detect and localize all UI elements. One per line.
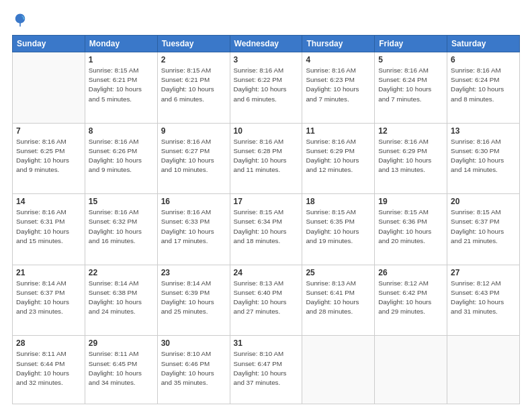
day-detail: Sunrise: 8:15 AM Sunset: 6:21 PM Dayligh… [161, 66, 226, 104]
day-detail: Sunrise: 8:15 AM Sunset: 6:34 PM Dayligh… [234, 208, 299, 246]
day-detail: Sunrise: 8:16 AM Sunset: 6:30 PM Dayligh… [451, 137, 516, 175]
calendar-cell: 11Sunrise: 8:16 AM Sunset: 6:29 PM Dayli… [302, 123, 375, 194]
day-detail: Sunrise: 8:16 AM Sunset: 6:33 PM Dayligh… [161, 208, 226, 246]
day-number: 30 [161, 338, 226, 348]
calendar-cell: 10Sunrise: 8:16 AM Sunset: 6:28 PM Dayli… [230, 123, 302, 194]
header-thursday: Thursday [302, 36, 375, 52]
day-number: 31 [234, 338, 299, 348]
calendar-cell: 4Sunrise: 8:16 AM Sunset: 6:23 PM Daylig… [302, 52, 375, 124]
header-saturday: Saturday [447, 36, 520, 52]
day-detail: Sunrise: 8:14 AM Sunset: 6:39 PM Dayligh… [161, 279, 226, 317]
calendar-cell: 21Sunrise: 8:14 AM Sunset: 6:37 PM Dayli… [13, 265, 85, 336]
day-number: 2 [161, 55, 226, 64]
day-detail: Sunrise: 8:15 AM Sunset: 6:21 PM Dayligh… [89, 66, 154, 104]
header-monday: Monday [85, 36, 157, 52]
logo-icon [12, 12, 28, 28]
day-detail: Sunrise: 8:11 AM Sunset: 6:45 PM Dayligh… [89, 349, 154, 387]
day-detail: Sunrise: 8:16 AM Sunset: 6:28 PM Dayligh… [234, 137, 299, 175]
day-detail: Sunrise: 8:10 AM Sunset: 6:46 PM Dayligh… [161, 349, 226, 387]
day-detail: Sunrise: 8:11 AM Sunset: 6:44 PM Dayligh… [16, 349, 81, 387]
day-detail: Sunrise: 8:16 AM Sunset: 6:24 PM Dayligh… [451, 66, 516, 104]
calendar-cell: 19Sunrise: 8:15 AM Sunset: 6:36 PM Dayli… [375, 194, 447, 265]
calendar-cell: 2Sunrise: 8:15 AM Sunset: 6:21 PM Daylig… [157, 52, 230, 124]
day-number: 26 [378, 268, 443, 277]
calendar-cell: 3Sunrise: 8:16 AM Sunset: 6:22 PM Daylig… [230, 52, 302, 124]
calendar-cell: 25Sunrise: 8:13 AM Sunset: 6:41 PM Dayli… [302, 265, 375, 336]
day-number: 25 [306, 268, 371, 277]
day-detail: Sunrise: 8:16 AM Sunset: 6:23 PM Dayligh… [306, 66, 371, 104]
header-tuesday: Tuesday [157, 36, 230, 52]
calendar-cell: 24Sunrise: 8:13 AM Sunset: 6:40 PM Dayli… [230, 265, 302, 336]
day-detail: Sunrise: 8:13 AM Sunset: 6:40 PM Dayligh… [234, 279, 299, 317]
header [12, 12, 520, 28]
day-detail: Sunrise: 8:15 AM Sunset: 6:37 PM Dayligh… [451, 208, 516, 246]
calendar-cell: 12Sunrise: 8:16 AM Sunset: 6:29 PM Dayli… [375, 123, 447, 194]
day-number: 18 [306, 197, 371, 206]
day-detail: Sunrise: 8:16 AM Sunset: 6:29 PM Dayligh… [306, 137, 371, 175]
calendar-cell: 27Sunrise: 8:12 AM Sunset: 6:43 PM Dayli… [447, 265, 520, 336]
day-detail: Sunrise: 8:16 AM Sunset: 6:32 PM Dayligh… [89, 208, 154, 246]
calendar-cell: 14Sunrise: 8:16 AM Sunset: 6:31 PM Dayli… [13, 194, 85, 265]
calendar-cell: 20Sunrise: 8:15 AM Sunset: 6:37 PM Dayli… [447, 194, 520, 265]
day-number: 7 [16, 126, 81, 136]
logo [12, 12, 31, 28]
calendar-cell: 18Sunrise: 8:15 AM Sunset: 6:35 PM Dayli… [302, 194, 375, 265]
day-detail: Sunrise: 8:16 AM Sunset: 6:22 PM Dayligh… [234, 66, 299, 104]
calendar-cell: 26Sunrise: 8:12 AM Sunset: 6:42 PM Dayli… [375, 265, 447, 336]
day-detail: Sunrise: 8:16 AM Sunset: 6:29 PM Dayligh… [378, 137, 443, 175]
calendar-cell [447, 336, 520, 404]
day-detail: Sunrise: 8:14 AM Sunset: 6:38 PM Dayligh… [89, 279, 154, 317]
calendar-cell: 31Sunrise: 8:10 AM Sunset: 6:47 PM Dayli… [230, 336, 302, 404]
calendar-cell [375, 336, 447, 404]
day-number: 5 [378, 55, 443, 64]
header-friday: Friday [375, 36, 447, 52]
day-number: 15 [89, 197, 154, 206]
day-number: 3 [234, 55, 299, 64]
day-detail: Sunrise: 8:16 AM Sunset: 6:31 PM Dayligh… [16, 208, 81, 246]
header-wednesday: Wednesday [230, 36, 302, 52]
calendar-cell: 16Sunrise: 8:16 AM Sunset: 6:33 PM Dayli… [157, 194, 230, 265]
header-sunday: Sunday [13, 36, 85, 52]
day-number: 17 [234, 197, 299, 206]
day-number: 27 [451, 268, 516, 277]
day-number: 11 [306, 126, 371, 136]
day-detail: Sunrise: 8:10 AM Sunset: 6:47 PM Dayligh… [234, 349, 299, 387]
day-number: 4 [306, 55, 371, 64]
day-number: 9 [161, 126, 226, 136]
day-number: 19 [378, 197, 443, 206]
day-number: 24 [234, 268, 299, 277]
day-number: 29 [89, 338, 154, 348]
day-number: 23 [161, 268, 226, 277]
day-number: 1 [89, 55, 154, 64]
weekday-header-row: Sunday Monday Tuesday Wednesday Thursday… [13, 36, 520, 52]
day-detail: Sunrise: 8:13 AM Sunset: 6:41 PM Dayligh… [306, 279, 371, 317]
calendar-cell: 9Sunrise: 8:16 AM Sunset: 6:27 PM Daylig… [157, 123, 230, 194]
day-detail: Sunrise: 8:12 AM Sunset: 6:43 PM Dayligh… [451, 279, 516, 317]
calendar-cell: 7Sunrise: 8:16 AM Sunset: 6:25 PM Daylig… [13, 123, 85, 194]
calendar-cell: 29Sunrise: 8:11 AM Sunset: 6:45 PM Dayli… [85, 336, 157, 404]
day-number: 22 [89, 268, 154, 277]
calendar-cell: 22Sunrise: 8:14 AM Sunset: 6:38 PM Dayli… [85, 265, 157, 336]
calendar-cell: 8Sunrise: 8:16 AM Sunset: 6:26 PM Daylig… [85, 123, 157, 194]
calendar-cell: 28Sunrise: 8:11 AM Sunset: 6:44 PM Dayli… [13, 336, 85, 404]
calendar-cell: 13Sunrise: 8:16 AM Sunset: 6:30 PM Dayli… [447, 123, 520, 194]
day-number: 28 [16, 338, 81, 348]
day-number: 10 [234, 126, 299, 136]
calendar-cell [13, 52, 85, 124]
calendar-cell: 1Sunrise: 8:15 AM Sunset: 6:21 PM Daylig… [85, 52, 157, 124]
calendar-cell: 5Sunrise: 8:16 AM Sunset: 6:24 PM Daylig… [375, 52, 447, 124]
day-number: 8 [89, 126, 154, 136]
day-number: 13 [451, 126, 516, 136]
day-number: 14 [16, 197, 81, 206]
day-detail: Sunrise: 8:14 AM Sunset: 6:37 PM Dayligh… [16, 279, 81, 317]
day-detail: Sunrise: 8:16 AM Sunset: 6:24 PM Dayligh… [378, 66, 443, 104]
calendar-cell: 30Sunrise: 8:10 AM Sunset: 6:46 PM Dayli… [157, 336, 230, 404]
page: Sunday Monday Tuesday Wednesday Thursday… [0, 0, 532, 411]
day-number: 20 [451, 197, 516, 206]
day-number: 16 [161, 197, 226, 206]
calendar-cell: 23Sunrise: 8:14 AM Sunset: 6:39 PM Dayli… [157, 265, 230, 336]
day-detail: Sunrise: 8:16 AM Sunset: 6:25 PM Dayligh… [16, 137, 81, 175]
day-detail: Sunrise: 8:15 AM Sunset: 6:35 PM Dayligh… [306, 208, 371, 246]
calendar-cell: 6Sunrise: 8:16 AM Sunset: 6:24 PM Daylig… [447, 52, 520, 124]
day-detail: Sunrise: 8:12 AM Sunset: 6:42 PM Dayligh… [378, 279, 443, 317]
